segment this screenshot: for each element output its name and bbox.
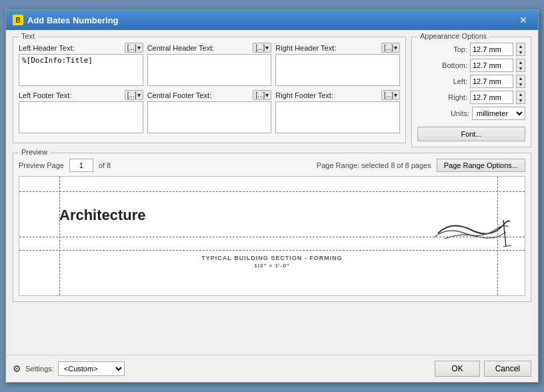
left-footer-group: Left Footer Text: [...] ▾ bbox=[19, 90, 143, 133]
close-button[interactable]: ✕ bbox=[515, 14, 531, 26]
main-columns: Text Left Header Text: [...] ▾ bbox=[13, 37, 531, 147]
left-spinner-down[interactable]: ▼ bbox=[517, 81, 525, 87]
page-range-info: Page Range: selected 8 of 8 pages bbox=[317, 161, 431, 169]
bottom-spinner[interactable]: ▲ ▼ bbox=[516, 59, 525, 72]
settings-row: ⚙ Settings: <Custom> bbox=[13, 361, 125, 376]
svg-line-1 bbox=[503, 245, 511, 247]
left-header-label-row: Left Header Text: [...] ▾ bbox=[19, 43, 143, 53]
bottom-spinner-up[interactable]: ▲ bbox=[517, 59, 525, 65]
font-button[interactable]: Font... bbox=[417, 127, 525, 141]
right-input[interactable] bbox=[470, 91, 513, 104]
text-section-title: Text bbox=[19, 32, 37, 40]
bottom-bar: ⚙ Settings: <Custom> OK Cancel bbox=[6, 355, 538, 382]
preview-building-text: TYPICAL BUILDING SECTION - FORMING 1/2" … bbox=[201, 255, 342, 269]
settings-icon: ⚙ bbox=[13, 363, 21, 374]
top-row: Top: ▲ ▼ bbox=[417, 43, 525, 56]
right-header-label: Right Header Text: bbox=[275, 44, 336, 52]
top-input[interactable] bbox=[470, 43, 513, 56]
right-header-textarea[interactable] bbox=[275, 54, 400, 86]
left-header-textarea[interactable]: %[DocInfo:Title] bbox=[19, 54, 143, 86]
central-header-insert-btn[interactable]: [...] ▾ bbox=[253, 43, 271, 53]
bottom-row: Bottom: ▲ ▼ bbox=[417, 59, 525, 72]
ok-button[interactable]: OK bbox=[435, 361, 479, 377]
top-label: Top: bbox=[437, 45, 467, 53]
right-footer-label-row: Right Footer Text: [...] ▾ bbox=[275, 90, 400, 100]
dialog-icon: B bbox=[13, 15, 23, 25]
footer-row: Left Footer Text: [...] ▾ Cent bbox=[19, 90, 400, 133]
left-header-dropdown-arrow: ▾ bbox=[137, 44, 141, 51]
central-header-label: Central Header Text: bbox=[147, 44, 215, 52]
left-panel: Text Left Header Text: [...] ▾ bbox=[13, 37, 406, 147]
right-footer-textarea[interactable] bbox=[275, 101, 400, 133]
left-row: Left: ▲ ▼ bbox=[417, 75, 525, 88]
right-footer-dropdown-arrow: ▾ bbox=[394, 91, 397, 99]
right-spinner-up[interactable]: ▲ bbox=[517, 91, 525, 97]
right-footer-insert-btn[interactable]: [...] ▾ bbox=[381, 90, 400, 100]
preview-page-label: Preview Page bbox=[19, 161, 64, 169]
cancel-button[interactable]: Cancel bbox=[484, 361, 531, 377]
preview-controls: Preview Page of 8 Page Range: selected 8… bbox=[19, 159, 525, 172]
title-bar: B Add Bates Numbering ✕ bbox=[6, 10, 538, 30]
title-bar-left: B Add Bates Numbering bbox=[13, 15, 119, 25]
right-panel: Appearance Options Top: ▲ ▼ Bottom: bbox=[411, 37, 531, 147]
right-header-group: Right Header Text: [...] ▾ bbox=[275, 43, 400, 86]
left-header-group: Left Header Text: [...] ▾ %[DocInfo:Titl… bbox=[19, 43, 143, 86]
right-header-insert-btn[interactable]: [...] ▾ bbox=[381, 43, 400, 53]
left-header-insert-btn[interactable]: [...] ▾ bbox=[125, 43, 143, 53]
text-section: Text Left Header Text: [...] ▾ bbox=[13, 37, 406, 143]
preview-section-title: Preview bbox=[19, 148, 50, 156]
right-footer-insert-icon: [...] bbox=[384, 91, 393, 99]
central-header-insert-icon: [...] bbox=[255, 44, 265, 51]
central-header-group: Central Header Text: [...] ▾ bbox=[147, 43, 272, 86]
right-spinner[interactable]: ▲ ▼ bbox=[516, 91, 525, 104]
bottom-input[interactable] bbox=[470, 59, 513, 72]
top-spinner-up[interactable]: ▲ bbox=[517, 43, 525, 49]
bottom-spinner-down[interactable]: ▼ bbox=[517, 65, 525, 71]
header-row: Left Header Text: [...] ▾ %[DocInfo:Titl… bbox=[19, 43, 400, 86]
preview-scale-text: 1/2" = 1'-0" bbox=[201, 263, 342, 269]
dialog-title: Add Bates Numbering bbox=[27, 15, 119, 25]
page-range-options-button[interactable]: Page Range Options... bbox=[437, 159, 525, 172]
top-spinner[interactable]: ▲ ▼ bbox=[516, 43, 525, 56]
dialog-content: Text Left Header Text: [...] ▾ bbox=[6, 30, 538, 355]
top-spinner-down[interactable]: ▼ bbox=[517, 49, 525, 55]
appearance-section-title: Appearance Options bbox=[417, 32, 489, 40]
preview-sketch bbox=[431, 213, 511, 253]
preview-page-input[interactable] bbox=[69, 159, 93, 172]
right-row: Right: ▲ ▼ bbox=[417, 91, 525, 104]
central-footer-textarea[interactable] bbox=[147, 101, 272, 133]
left-footer-textarea[interactable] bbox=[19, 101, 143, 133]
central-header-label-row: Central Header Text: [...] ▾ bbox=[147, 43, 272, 53]
appearance-section: Appearance Options Top: ▲ ▼ Bottom: bbox=[411, 37, 531, 147]
right-spinner-down[interactable]: ▼ bbox=[517, 97, 525, 103]
left-spinner[interactable]: ▲ ▼ bbox=[516, 75, 525, 88]
central-footer-group: Central Footer Text: [...] ▾ bbox=[147, 90, 272, 133]
central-header-textarea[interactable] bbox=[147, 54, 272, 86]
left-footer-insert-icon: [...] bbox=[127, 91, 137, 99]
preview-canvas: Architecture TYPICAL BUILDING SECTION - … bbox=[19, 176, 525, 296]
left-footer-insert-btn[interactable]: [...] ▾ bbox=[125, 90, 143, 100]
central-footer-insert-icon: [...] bbox=[255, 91, 265, 99]
right-header-dropdown-arrow: ▾ bbox=[394, 44, 397, 51]
right-header-insert-icon: [...] bbox=[384, 44, 393, 51]
left-input[interactable] bbox=[470, 75, 513, 88]
settings-label: Settings: bbox=[25, 365, 54, 373]
bottom-buttons: OK Cancel bbox=[435, 361, 531, 377]
central-footer-insert-btn[interactable]: [...] ▾ bbox=[253, 90, 271, 100]
dashed-line-left bbox=[59, 177, 60, 295]
left-footer-dropdown-arrow: ▾ bbox=[137, 91, 141, 99]
left-spinner-up[interactable]: ▲ bbox=[517, 75, 525, 81]
left-footer-label: Left Footer Text: bbox=[19, 91, 71, 99]
units-select[interactable]: millimeter bbox=[472, 107, 525, 120]
preview-architecture-text: Architecture bbox=[59, 207, 146, 224]
right-label: Right: bbox=[437, 93, 467, 101]
add-bates-numbering-dialog: B Add Bates Numbering ✕ Text Left Header… bbox=[5, 9, 539, 383]
central-footer-label: Central Footer Text: bbox=[147, 91, 211, 99]
left-label: Left: bbox=[437, 77, 467, 85]
right-footer-label: Right Footer Text: bbox=[275, 91, 333, 99]
settings-select[interactable]: <Custom> bbox=[58, 361, 125, 376]
left-header-label: Left Header Text: bbox=[19, 44, 75, 52]
units-label: Units: bbox=[439, 109, 469, 117]
right-header-label-row: Right Header Text: [...] ▾ bbox=[275, 43, 400, 53]
preview-section: Preview Preview Page of 8 Page Range: se… bbox=[13, 153, 531, 302]
